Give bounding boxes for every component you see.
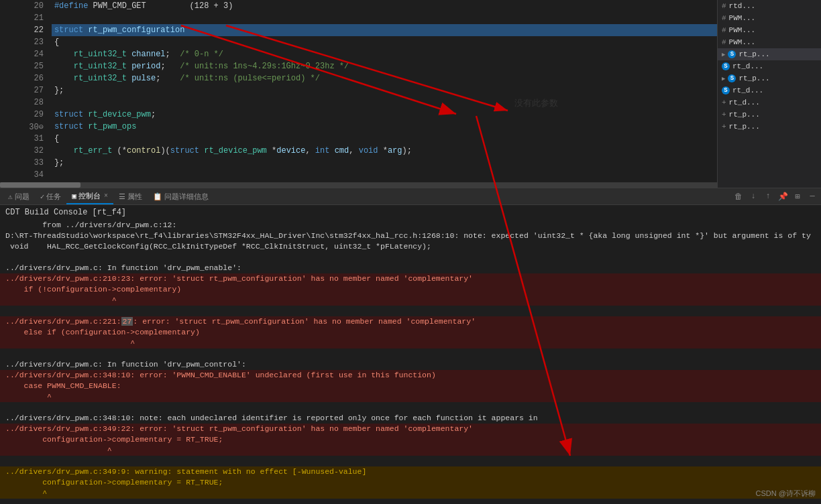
console-icon: ▣ bbox=[72, 192, 76, 200]
right-panel-item[interactable]: S rt_d... bbox=[718, 60, 821, 72]
right-panel-item[interactable]: ▶ S rt_p... bbox=[718, 72, 821, 84]
tab-tasks[interactable]: ✓ 任务 bbox=[35, 188, 67, 204]
table-row: 33 }; bbox=[0, 157, 717, 169]
console-output[interactable]: CDT Build Console [rt_f4] from ../driver… bbox=[0, 205, 821, 504]
line-code: struct rt_device_pwm; bbox=[52, 109, 717, 121]
table-row: 26 rt_uint32_t pulse; /* unit:ns (pulse<… bbox=[0, 72, 717, 84]
line-code: }; bbox=[52, 157, 717, 169]
console-line-error: ../drivers/drv_pwm.c:210:23: error: 'str… bbox=[0, 273, 821, 284]
console-line-error: ../drivers/drv_pwm.c:348:10: error: 'PWM… bbox=[0, 370, 821, 381]
line-code bbox=[52, 169, 717, 181]
tab-console[interactable]: ▣ 控制台 × bbox=[66, 188, 113, 204]
tab-label: 任务 bbox=[46, 192, 61, 202]
line-code bbox=[52, 97, 717, 109]
scroll-up-button[interactable]: ↑ bbox=[762, 190, 774, 202]
table-row: 25 rt_uint32_t period; /* unit:ns 1ns~4.… bbox=[0, 60, 717, 72]
line-number: 23 bbox=[0, 36, 52, 48]
right-panel-item[interactable]: + rt_p... bbox=[718, 121, 821, 133]
tab-properties[interactable]: ☰ 属性 bbox=[113, 188, 148, 204]
console-line bbox=[0, 252, 821, 263]
s-icon: S bbox=[722, 86, 730, 94]
hash-icon: # bbox=[722, 14, 726, 22]
code-right-panel: # rtd... # PWM... # PWM... # PWM... ▶ bbox=[717, 0, 821, 188]
line-code: rt_uint32_t channel; /* 0-n */ bbox=[52, 48, 717, 60]
hash-icon: # bbox=[722, 26, 726, 34]
minimize-button[interactable]: — bbox=[806, 190, 818, 202]
right-panel-item[interactable]: # rtd... bbox=[718, 0, 821, 12]
table-row: 23 { bbox=[0, 36, 717, 48]
line-number: 33 bbox=[0, 157, 52, 169]
details-icon: 📋 bbox=[153, 192, 162, 201]
pin-button[interactable]: 📌 bbox=[777, 190, 789, 202]
right-panel-item[interactable]: # PWM... bbox=[718, 12, 821, 24]
console-line: D:\RT-ThreadStudio\workspace\rt_f4\libra… bbox=[0, 231, 821, 241]
hash-icon: # bbox=[722, 38, 726, 46]
line-code: #define PWM_CMD_GET (128 + 3) bbox=[52, 0, 717, 12]
console-line bbox=[0, 402, 821, 413]
arrow-icon: ▶ bbox=[722, 75, 725, 82]
console-line bbox=[0, 349, 821, 359]
code-editor: 20 #define PWM_CMD_GET (128 + 3) 21 22 s… bbox=[0, 0, 821, 188]
right-panel-item[interactable]: # PWM... bbox=[718, 24, 821, 36]
line-code bbox=[52, 12, 717, 24]
table-row: 30⊖ struct rt_pwm_ops bbox=[0, 121, 717, 133]
code-main: 20 #define PWM_CMD_GET (128 + 3) 21 22 s… bbox=[0, 0, 717, 188]
scrollbar-thumb[interactable] bbox=[0, 182, 80, 188]
clear-button[interactable]: 🗑 bbox=[732, 190, 745, 202]
right-panel-item[interactable]: + rt_p... bbox=[718, 109, 821, 121]
main-layout: 20 #define PWM_CMD_GET (128 + 3) 21 22 s… bbox=[0, 0, 821, 504]
hash-icon: # bbox=[722, 2, 726, 10]
console-line bbox=[0, 306, 821, 316]
right-panel-item[interactable]: # PWM... bbox=[718, 36, 821, 48]
console-line: ../drivers/drv_pwm.c:348:10: note: each … bbox=[0, 413, 821, 424]
console-line-error: ^ bbox=[0, 391, 821, 402]
table-row: 27 }; bbox=[0, 84, 717, 97]
console-line-error: ^ bbox=[0, 445, 821, 456]
right-panel-item[interactable]: S rt_d... bbox=[718, 84, 821, 97]
problems-icon: ⚠ bbox=[8, 192, 13, 201]
table-row: 32 rt_err_t (*control)(struct rt_device_… bbox=[0, 145, 717, 157]
right-panel-label: PWM... bbox=[729, 26, 756, 34]
right-panel-item[interactable]: + rt_d... bbox=[718, 97, 821, 109]
watermark: CSDN @诗不诉柳 bbox=[756, 489, 816, 499]
console-line-error: ../drivers/drv_pwm.c:349:22: error: 'str… bbox=[0, 424, 821, 434]
tab-close-button[interactable]: × bbox=[104, 192, 108, 200]
horizontal-scrollbar[interactable] bbox=[0, 182, 717, 188]
console-title: CDT Build Console [rt_f4] bbox=[0, 206, 821, 220]
line-code: rt_err_t (*control)(struct rt_device_pwm… bbox=[52, 145, 717, 157]
table-row: 31 { bbox=[0, 133, 717, 145]
line-number: 20 bbox=[0, 0, 52, 12]
console-line-error: else if (configuration->complementary) bbox=[0, 327, 821, 338]
console-line-error: configuration->complementary = RT_TRUE; bbox=[0, 434, 821, 445]
line-number: 28 bbox=[0, 97, 52, 109]
line-number: 26 bbox=[0, 72, 52, 84]
appears-text: ears bbox=[505, 414, 524, 422]
tab-problem-details[interactable]: 📋 问题详细信息 bbox=[148, 188, 214, 204]
right-panel-label: rtd... bbox=[729, 2, 756, 10]
view-menu-button[interactable]: ⊞ bbox=[791, 190, 804, 202]
line-number: 21 bbox=[0, 12, 52, 24]
plus-icon: + bbox=[722, 123, 726, 131]
console-line-error: if (!configuration->complementary) bbox=[0, 284, 821, 295]
plus-icon: + bbox=[722, 111, 726, 119]
table-row: 34 bbox=[0, 169, 717, 181]
s-icon: S bbox=[728, 74, 736, 82]
tab-label: 属性 bbox=[127, 192, 142, 202]
scroll-down-button[interactable]: ↓ bbox=[747, 190, 759, 202]
properties-icon: ☰ bbox=[119, 192, 125, 201]
panel-toolbar: 🗑 ↓ ↑ 📌 ⊞ — bbox=[732, 190, 818, 202]
right-panel-label: rt_p... bbox=[738, 50, 769, 58]
right-panel-label: PWM... bbox=[729, 14, 756, 22]
line-number: 24 bbox=[0, 48, 52, 60]
line-number: 30⊖ bbox=[0, 121, 52, 133]
table-row: 29 struct rt_device_pwm; bbox=[0, 109, 717, 121]
right-panel-item[interactable]: ▶ S rt_p... bbox=[718, 48, 821, 60]
tab-problems[interactable]: ⚠ 问题 bbox=[3, 188, 35, 204]
console-line-warning: ../drivers/drv_pwm.c:349:9: warning: sta… bbox=[0, 466, 821, 477]
s-icon: S bbox=[728, 50, 736, 58]
console-line-error: ../drivers/drv_pwm.c:221:27: error: 'str… bbox=[0, 316, 821, 327]
table-row: 22 struct rt_pwm_configuration bbox=[0, 24, 717, 36]
line-number: 22 bbox=[0, 24, 52, 36]
arrow-icon: ▶ bbox=[722, 51, 725, 58]
console-line: void HAL_RCC_GetClockConfig(RCC_ClkInitT… bbox=[0, 241, 821, 252]
